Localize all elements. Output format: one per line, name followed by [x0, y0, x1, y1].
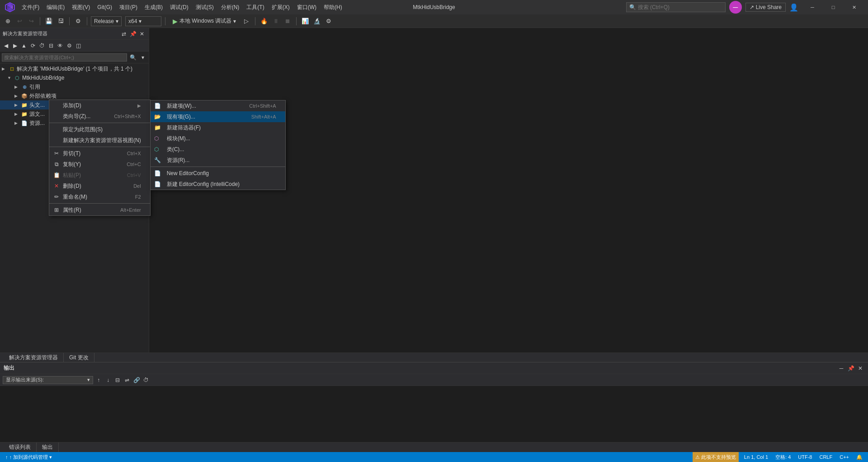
- menu-git[interactable]: Git(G): [94, 0, 116, 14]
- up-btn[interactable]: ▲: [20, 42, 28, 50]
- tree-item-references[interactable]: ▶ ⊕ 引用: [0, 82, 149, 91]
- perf-profiler-btn[interactable]: 📊: [300, 16, 310, 26]
- menu-test[interactable]: 测试(S): [192, 0, 217, 14]
- tree-item-ext-dep[interactable]: ▶ 📦 外部依赖项: [0, 91, 149, 100]
- stop-btn[interactable]: ⏹: [283, 16, 292, 26]
- ctx-paste[interactable]: 📋 粘贴(P) Ctrl+V: [49, 170, 150, 181]
- sync-views-btn[interactable]: ⟳: [29, 42, 37, 50]
- menu-view[interactable]: 视图(V): [68, 0, 94, 14]
- user-icon[interactable]: 👤: [789, 3, 798, 12]
- collapse-btn[interactable]: ⊟: [47, 42, 55, 50]
- profile-avatar[interactable]: —: [729, 1, 742, 14]
- solution-search[interactable]: [2, 53, 127, 62]
- forward-btn[interactable]: ▶: [11, 42, 19, 50]
- ctx-delete[interactable]: ✕ 删除(D) Del: [49, 181, 150, 191]
- ctx-add[interactable]: 添加(D) ▶: [49, 100, 150, 111]
- config-mgr-btn[interactable]: ⚙: [73, 16, 83, 26]
- tree-item-solution[interactable]: ▶ ⊡ 解决方案 'MtkHidUsbBridge' (1 个项目，共 1 个): [0, 64, 149, 73]
- no-preview-warning[interactable]: ⚠ 此项不支持预览: [693, 452, 739, 462]
- ctx-copy[interactable]: ⧉ 复制(Y) Ctrl+C: [49, 159, 150, 170]
- pause-btn[interactable]: ⏸: [271, 16, 281, 26]
- build-config-dropdown[interactable]: Release ▾: [91, 16, 122, 26]
- save-all-btn[interactable]: 🖫: [56, 16, 66, 26]
- menu-window[interactable]: 窗口(W): [293, 0, 320, 14]
- output-clear-btn[interactable]: ⊟: [113, 376, 122, 384]
- submenu-new-item[interactable]: 📄 新建项(W)... Ctrl+Shift+A: [151, 100, 285, 111]
- history-btn[interactable]: ⏱: [38, 42, 46, 50]
- close-button[interactable]: ✕: [844, 0, 864, 14]
- tab-output[interactable]: 输出: [37, 443, 59, 452]
- spaces-status[interactable]: 空格: 4: [774, 452, 793, 462]
- ctx-wizard[interactable]: 类向导(Z)... Ctrl+Shift+X: [49, 111, 150, 122]
- live-share-button[interactable]: ↗ Live Share: [745, 3, 786, 12]
- tree-item-project[interactable]: ▼ ⬡ MtkHidUsbBridge: [0, 73, 149, 82]
- menu-edit[interactable]: 编辑(E): [43, 0, 68, 14]
- menu-debug[interactable]: 调试(D): [166, 0, 192, 14]
- minimize-button[interactable]: ─: [802, 0, 823, 14]
- hot-reload-btn[interactable]: 🔥: [259, 16, 269, 26]
- restore-button[interactable]: □: [823, 0, 844, 14]
- line-col-status[interactable]: Ln 1, Col 1: [742, 452, 770, 462]
- pin-btn[interactable]: 📌: [129, 30, 137, 38]
- output-history-btn[interactable]: ⏱: [142, 376, 150, 384]
- search-input[interactable]: [638, 4, 710, 10]
- run-without-debug-btn[interactable]: ▷: [241, 16, 251, 26]
- submenu-class[interactable]: ⬡ 类(C)...: [151, 144, 285, 155]
- submenu-existing-item[interactable]: 📂 现有项(G)... Shift+Alt+A: [151, 111, 285, 122]
- undo-btn[interactable]: ↩: [14, 16, 24, 26]
- bottom-area: 解决方案资源管理器 Git 更改 输出 ─ 📌 ✕ 显示输出来源(S): ▾ ↑…: [0, 352, 868, 452]
- menu-help[interactable]: 帮助(H): [320, 0, 346, 14]
- output-minimize-btn[interactable]: ─: [837, 364, 845, 372]
- search-options-btn[interactable]: ▾: [139, 53, 147, 62]
- menu-file[interactable]: 文件(F): [18, 0, 43, 14]
- submenu-new-filter[interactable]: 📁 新建筛选器(F): [151, 122, 285, 133]
- show-all-btn[interactable]: 👁: [56, 42, 64, 50]
- tab-error-list[interactable]: 错误列表: [4, 443, 37, 452]
- source-control-status[interactable]: ↑ ↑ 加到源代码管理 ▾: [4, 452, 54, 462]
- search-btn[interactable]: 🔍: [129, 53, 137, 62]
- platform-dropdown[interactable]: x64 ▾: [125, 16, 161, 26]
- menu-analyze[interactable]: 分析(N): [217, 0, 243, 14]
- submenu-intellicode[interactable]: 📄 新建 EditorConfig (IntelliCode): [151, 179, 285, 190]
- diagnostic-btn[interactable]: 🔬: [312, 16, 322, 26]
- menu-project[interactable]: 项目(P): [116, 0, 141, 14]
- env-btn[interactable]: ⚙: [324, 16, 334, 26]
- eol-status[interactable]: CRLF: [817, 452, 834, 462]
- output-pin-btn[interactable]: 📌: [847, 364, 855, 372]
- output-sync-btn[interactable]: 🔗: [132, 376, 141, 384]
- language-status[interactable]: C++: [838, 452, 851, 462]
- redo-btn[interactable]: ↪: [26, 16, 36, 26]
- submenu-module[interactable]: ⬡ 模块(M)...: [151, 133, 285, 144]
- settings-btn[interactable]: ⚙: [65, 42, 73, 50]
- tab-solution-explorer[interactable]: 解决方案资源管理器: [4, 353, 64, 362]
- ctx-rename[interactable]: ✏ 重命名(M) F2: [49, 191, 150, 202]
- ctx-properties[interactable]: ⊞ 属性(R) Alt+Enter: [49, 205, 150, 215]
- panel-close-btn[interactable]: ✕: [138, 30, 146, 38]
- new-project-btn[interactable]: ⊕: [3, 16, 13, 26]
- ctx-cut[interactable]: ✂ 剪切(T) Ctrl+X: [49, 148, 150, 159]
- encoding-status[interactable]: UTF-8: [796, 452, 814, 462]
- submenu-editorconfig[interactable]: 📄 New EditorConfig: [151, 168, 285, 179]
- output-up-btn[interactable]: ↑: [94, 376, 103, 384]
- output-down-btn[interactable]: ↓: [104, 376, 112, 384]
- notifications-btn[interactable]: 🔔: [854, 452, 864, 462]
- menu-tools[interactable]: 工具(T): [243, 0, 268, 14]
- output-word-wrap-btn[interactable]: ⇌: [123, 376, 131, 384]
- menu-build[interactable]: 生成(B): [141, 0, 166, 14]
- tab-git-changes[interactable]: Git 更改: [64, 353, 94, 362]
- preview-btn[interactable]: ◫: [74, 42, 82, 50]
- submenu-resource[interactable]: 🔧 资源(R)...: [151, 155, 285, 166]
- output-source-dropdown[interactable]: 显示输出来源(S): ▾: [3, 376, 93, 384]
- back-btn[interactable]: ◀: [2, 42, 10, 50]
- ctx-add-label: 添加(D): [63, 102, 81, 110]
- sync-btn[interactable]: ⇄: [120, 30, 128, 38]
- save-btn[interactable]: 💾: [44, 16, 54, 26]
- ctx-copy-label: 复制(Y): [63, 161, 81, 168]
- output-close-btn[interactable]: ✕: [856, 364, 864, 372]
- start-debugging-btn[interactable]: ▶ 本地 Windows 调试器 ▾: [169, 16, 240, 26]
- window-controls: ─ □ ✕: [802, 0, 864, 14]
- ctx-scope[interactable]: 限定为此范围(S): [49, 124, 150, 135]
- menu-extensions[interactable]: 扩展(X): [268, 0, 293, 14]
- main-search[interactable]: 🔍: [626, 2, 726, 12]
- ctx-new-view[interactable]: 新建解决方案资源管理器视图(N): [49, 135, 150, 146]
